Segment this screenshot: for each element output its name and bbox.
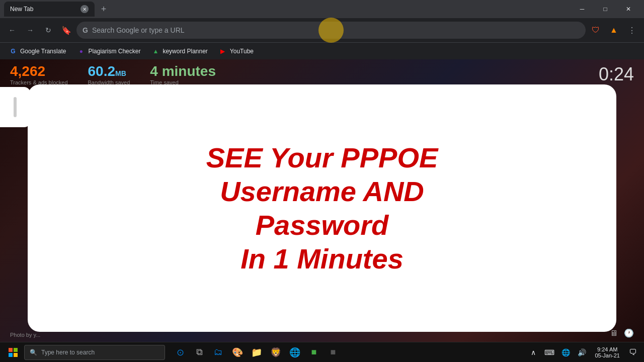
- clock-area[interactable]: 9:24 AM 05-Jan-21: [591, 346, 624, 358]
- tab-close-button[interactable]: ✕: [80, 5, 89, 13]
- time-value: 4 minutes: [150, 63, 216, 79]
- address-bar-wrapper: G: [76, 22, 586, 39]
- toolbar-right: 🛡 ▲ ⋮: [588, 22, 640, 38]
- tray-volume-icon[interactable]: 🔊: [575, 345, 589, 359]
- menu-button[interactable]: ⋮: [624, 22, 640, 38]
- video-title-line1: SEE Your PPPOE: [206, 141, 438, 174]
- bookmark-label-plagiarism-checker: Plagiarism Checker: [88, 48, 140, 55]
- youtube-icon: ▶: [219, 47, 227, 55]
- browser-chrome: New Tab ✕ + ─ □ ✕ ← → ↻ 🔖 G 🛡 ▲ ⋮: [0, 0, 644, 59]
- taskbar-app7[interactable]: ■: [305, 343, 323, 361]
- plagiarism-checker-icon: ●: [77, 47, 85, 55]
- clock-date: 05-Jan-21: [595, 352, 620, 358]
- taskbar-brave[interactable]: 🦁: [267, 343, 285, 361]
- main-content: 4,262 Trackers & ads blocked 60.2MB Band…: [0, 59, 644, 342]
- taskbar-cortana[interactable]: ⊙: [171, 343, 189, 361]
- keyword-planner-icon: ▲: [151, 47, 159, 55]
- google-icon: G: [83, 26, 88, 34]
- taskbar-paint[interactable]: 🎨: [228, 343, 247, 361]
- reload-button[interactable]: ↻: [40, 22, 56, 38]
- bookmark-label-google-translate: Google Translate: [20, 48, 66, 55]
- video-title: SEE Your PPPOE Username AND Password In …: [206, 141, 438, 276]
- monitor-icon[interactable]: 🖥: [610, 329, 618, 338]
- video-card: SEE Your PPPOE Username AND Password In …: [28, 84, 616, 332]
- back-button[interactable]: ←: [4, 22, 20, 38]
- taskbar: 🔍 Type here to search ⊙ ⧉ 🗂 🎨 📁 🦁 🌐 ■ ■ …: [0, 342, 644, 362]
- taskbar-app-icons: ⊙ ⧉ 🗂 🎨 📁 🦁 🌐 ■ ■: [171, 343, 342, 361]
- bookmark-google-translate[interactable]: G Google Translate: [4, 45, 71, 57]
- tray-arrow-icon[interactable]: ∧: [526, 345, 540, 359]
- bookmark-plagiarism-checker[interactable]: ● Plagiarism Checker: [72, 45, 145, 57]
- taskbar-explorer[interactable]: 🗂: [209, 343, 227, 361]
- active-tab[interactable]: New Tab ✕: [4, 2, 95, 17]
- svg-rect-2: [9, 353, 13, 357]
- bottom-right-icons: 🖥 🕐: [610, 328, 634, 338]
- toolbar: ← → ↻ 🔖 G 🛡 ▲ ⋮: [0, 18, 644, 42]
- stat-time: 4 minutes Time saved: [150, 63, 216, 85]
- taskbar-app8[interactable]: ■: [324, 343, 342, 361]
- new-tab-button[interactable]: +: [97, 2, 111, 16]
- search-placeholder-text: Type here to search: [41, 349, 95, 356]
- taskbar-search[interactable]: 🔍 Type here to search: [24, 345, 165, 360]
- bandwidth-unit: MB: [115, 69, 126, 77]
- forward-button[interactable]: →: [22, 22, 38, 38]
- svg-rect-3: [14, 353, 18, 357]
- svg-rect-1: [14, 348, 18, 352]
- video-title-line2: Username AND: [206, 174, 438, 208]
- search-icon: 🔍: [30, 349, 37, 356]
- tab-bar: New Tab ✕ + ─ □ ✕: [0, 0, 644, 18]
- bandwidth-value: 60.2MB: [88, 63, 130, 79]
- address-input[interactable]: [92, 26, 580, 34]
- bookmark-icon[interactable]: 🔖: [58, 22, 74, 38]
- tab-title: New Tab: [10, 6, 76, 13]
- clock-display: 0:24: [599, 64, 634, 85]
- notification-button[interactable]: 🗨: [626, 345, 640, 359]
- bookmark-label-youtube: YouTube: [230, 48, 254, 55]
- minimize-button[interactable]: ─: [571, 0, 594, 18]
- bookmark-label-keyword-planner: keyword Planner: [163, 48, 207, 55]
- taskbar-files[interactable]: 📁: [248, 343, 266, 361]
- start-button[interactable]: [4, 343, 22, 361]
- brave-shield-icon[interactable]: 🛡: [588, 22, 604, 38]
- system-tray: ∧ ⌨ 🌐 🔊 9:24 AM 05-Jan-21 🗨: [526, 345, 640, 359]
- svg-rect-0: [9, 348, 13, 352]
- side-card-bar: [14, 97, 17, 117]
- bookmark-keyword-planner[interactable]: ▲ keyword Planner: [146, 45, 212, 57]
- bookmarks-bar: G Google Translate ● Plagiarism Checker …: [0, 42, 644, 59]
- address-bar[interactable]: G: [76, 22, 586, 39]
- tray-network-icon[interactable]: 🌐: [558, 345, 573, 359]
- brave-alert-icon[interactable]: ▲: [606, 22, 622, 38]
- close-window-button[interactable]: ✕: [617, 0, 640, 18]
- clock-time: 9:24 AM: [597, 346, 617, 352]
- google-translate-icon: G: [9, 47, 17, 55]
- taskbar-task-view[interactable]: ⧉: [190, 343, 208, 361]
- taskbar-edge[interactable]: 🌐: [286, 343, 304, 361]
- stat-trackers: 4,262 Trackers & ads blocked: [10, 63, 68, 85]
- bookmark-youtube[interactable]: ▶ YouTube: [214, 45, 259, 57]
- trackers-count: 4,262: [10, 63, 68, 79]
- video-title-line4: In 1 Minutes: [206, 242, 438, 276]
- history-icon[interactable]: 🕐: [624, 328, 634, 338]
- tray-keyboard-icon[interactable]: ⌨: [542, 345, 556, 359]
- side-card: [0, 87, 30, 127]
- stat-bandwidth: 60.2MB Bandwidth saved: [88, 63, 130, 85]
- window-controls: ─ □ ✕: [571, 0, 640, 18]
- bandwidth-number: 60.2: [88, 63, 116, 79]
- video-title-line3: Password: [206, 208, 438, 242]
- photo-credit: Photo by y...: [10, 332, 40, 338]
- maximize-button[interactable]: □: [594, 0, 617, 18]
